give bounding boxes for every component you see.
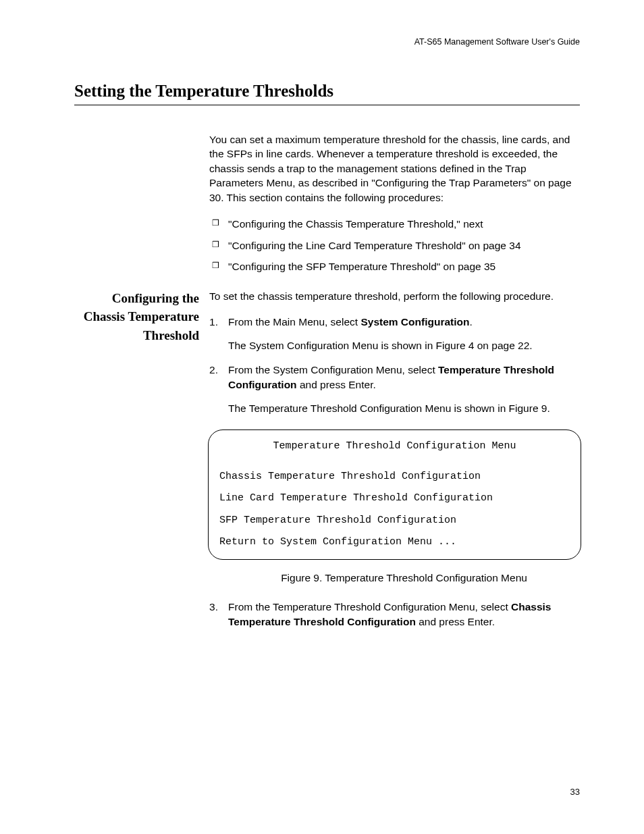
menu-screenshot-box: Temperature Threshold Configuration Menu… (208, 429, 581, 560)
step-item: From the Main Menu, select System Config… (209, 315, 580, 353)
step-text: From the Main Menu, select (228, 316, 360, 328)
menu-line: Return to System Configuration Menu ... (219, 537, 570, 548)
section-title: Setting the Temperature Thresholds (74, 82, 580, 105)
figure-caption: Figure 9. Temperature Threshold Configur… (228, 571, 580, 585)
margin-subheading: Configuring the Chassis Temperature Thre… (74, 289, 199, 345)
step-bold: System Configuration (360, 316, 469, 328)
step-text: From the Temperature Threshold Configura… (228, 601, 511, 613)
menu-line: SFP Temperature Threshold Configuration (219, 515, 570, 527)
menu-line: Chassis Temperature Threshold Configurat… (219, 471, 570, 483)
step-item: From the System Configuration Menu, sele… (209, 363, 580, 585)
bullet-item: "Configuring the Line Card Temperature T… (209, 238, 580, 253)
bullet-item: "Configuring the Chassis Temperature Thr… (209, 217, 580, 232)
procedure-steps: From the Main Menu, select System Config… (209, 315, 580, 629)
step-text: and press Enter. (416, 616, 495, 627)
intro-paragraph: You can set a maximum temperature thresh… (209, 132, 580, 205)
step-text: . (469, 316, 472, 328)
step-note: The System Configuration Menu is shown i… (228, 338, 580, 353)
menu-title: Temperature Threshold Configuration Menu (219, 441, 570, 452)
step-item: From the Temperature Threshold Configura… (209, 600, 580, 629)
step-text: and press Enter. (297, 379, 376, 390)
step-text: From the System Configuration Menu, sele… (228, 364, 438, 375)
page-number: 33 (570, 787, 580, 797)
bullet-item: "Configuring the SFP Temperature Thresho… (209, 259, 580, 274)
menu-line: Line Card Temperature Threshold Configur… (219, 493, 570, 504)
step-note: The Temperature Threshold Configuration … (228, 401, 580, 416)
procedure-bullet-list: "Configuring the Chassis Temperature Thr… (209, 217, 580, 274)
running-header: AT-S65 Management Software User's Guide (74, 37, 580, 47)
lead-paragraph: To set the chassis temperature threshold… (209, 289, 580, 304)
